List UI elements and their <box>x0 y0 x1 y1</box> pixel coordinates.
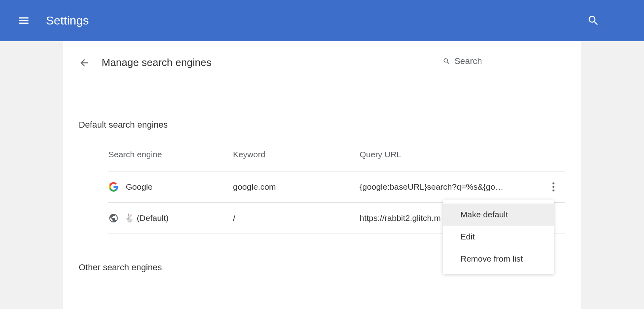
google-icon <box>108 182 119 192</box>
app-title: Settings <box>46 14 89 27</box>
search-icon <box>443 57 451 66</box>
engine-cell: Google <box>108 182 233 192</box>
header-search-icon[interactable] <box>587 14 600 27</box>
keyword-cell: google.com <box>233 182 360 192</box>
default-section-title: Default search engines <box>79 120 565 130</box>
page-header: Manage search engines <box>79 56 565 69</box>
app-header: Settings <box>0 0 644 41</box>
back-button[interactable] <box>79 57 90 68</box>
col-header-keyword: Keyword <box>233 150 360 159</box>
table-row: Google google.com {google:baseURL}search… <box>108 171 565 203</box>
engine-name: 🐇 (Default) <box>124 213 169 223</box>
menu-edit[interactable]: Edit <box>443 226 554 248</box>
svg-point-1 <box>553 186 555 188</box>
url-cell: {google:baseURL}search?q=%s&{go… <box>360 182 565 192</box>
table-header: Search engine Keyword Query URL <box>108 150 565 171</box>
search-box[interactable] <box>443 56 565 69</box>
menu-remove[interactable]: Remove from list <box>443 248 554 270</box>
context-menu: Make default Edit Remove from list <box>443 200 554 274</box>
engine-cell: 🐇 (Default) <box>108 213 233 223</box>
more-vert-icon <box>552 182 555 192</box>
globe-icon <box>108 213 119 223</box>
svg-point-0 <box>553 183 555 185</box>
search-input[interactable] <box>455 56 565 66</box>
keyword-cell: / <box>233 213 360 223</box>
more-options-button[interactable] <box>549 180 557 194</box>
svg-point-2 <box>553 190 555 192</box>
page-title: Manage search engines <box>102 57 443 69</box>
col-header-engine: Search engine <box>108 150 233 159</box>
col-header-url: Query URL <box>360 150 565 159</box>
menu-icon[interactable] <box>17 14 30 27</box>
menu-make-default[interactable]: Make default <box>443 203 554 226</box>
engine-name: Google <box>126 182 153 192</box>
